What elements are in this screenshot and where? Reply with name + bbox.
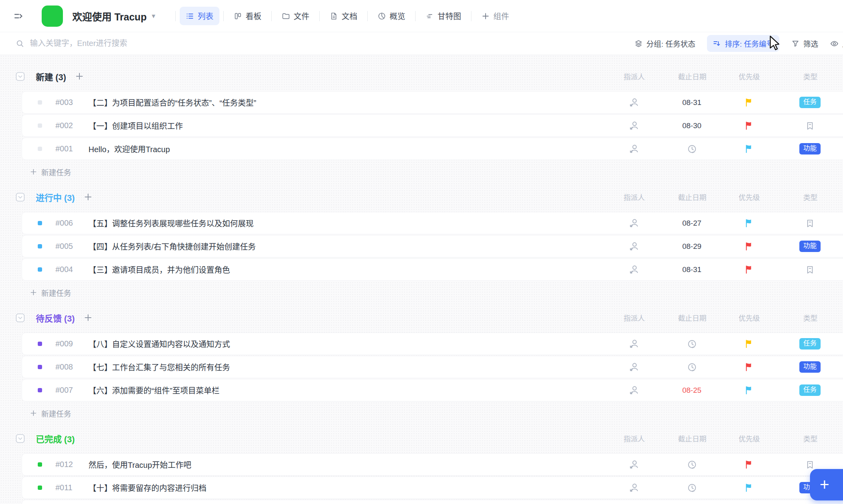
column-headers: 指派人截止日期优先级类型 (605, 192, 843, 202)
group-collapse-icon[interactable] (15, 71, 26, 82)
due-date-cell[interactable]: 08-31 (663, 98, 720, 107)
add-task-button[interactable]: 新建任务 (29, 284, 71, 301)
group-add-icon[interactable] (83, 192, 93, 202)
due-date-cell[interactable] (663, 362, 720, 372)
project-title[interactable]: 欢迎使用 Tracup (72, 9, 147, 23)
clock-icon (687, 362, 697, 372)
assignee-add-icon[interactable] (604, 120, 663, 131)
type-cell[interactable] (777, 265, 843, 275)
due-date-cell[interactable] (663, 460, 720, 470)
sidebar-toggle-icon[interactable] (12, 9, 25, 23)
list-controls: 分组: 任务状态 排序: 任务编号 筛选 显示 (634, 35, 843, 52)
type-cell[interactable]: 任务 (777, 338, 843, 349)
due-date-cell[interactable]: 08-29 (663, 242, 720, 251)
type-cell[interactable]: 功能 (777, 361, 843, 372)
type-badge: 功能 (799, 143, 821, 154)
group-add-icon[interactable] (83, 313, 93, 322)
type-cell[interactable] (777, 218, 843, 228)
search-input[interactable] (30, 39, 250, 48)
task-row[interactable]: #001 Hello，欢迎使用Tracup 功能 (22, 138, 843, 160)
tab-files[interactable]: 文件 (276, 7, 315, 25)
priority-flag-icon[interactable] (720, 362, 777, 372)
assignee-add-icon[interactable] (604, 362, 663, 372)
assignee-add-icon[interactable] (604, 385, 663, 395)
due-date-cell[interactable]: 08-27 (663, 219, 720, 228)
clock-icon (687, 460, 697, 470)
due-date-cell[interactable] (663, 144, 720, 154)
task-row[interactable]: #005 【四】从任务列表/右下角快捷创建开始创建任务 08-29 功能 (22, 235, 843, 258)
priority-flag-icon[interactable] (720, 265, 777, 274)
assignee-add-icon[interactable] (604, 338, 663, 349)
plus-icon (29, 168, 37, 176)
task-row[interactable]: #006 【五】调整任务列表展现哪些任务以及如何展现 08-27 (22, 212, 843, 234)
task-row[interactable]: #011 【十】将需要留存的内容进行归档 功能 (22, 476, 843, 499)
type-cell[interactable]: 功能 (777, 241, 843, 252)
task-row[interactable]: #009 【八】自定义设置通知内容以及通知方式 任务 (22, 333, 843, 355)
group-add-icon[interactable] (75, 72, 84, 81)
priority-flag-icon[interactable] (720, 144, 777, 154)
group-collapse-icon[interactable] (15, 433, 26, 444)
filter-button[interactable]: 筛选 (791, 38, 818, 49)
divider (175, 11, 176, 21)
type-cell[interactable] (777, 121, 843, 131)
priority-flag-icon[interactable] (720, 339, 777, 349)
task-row[interactable]: #012 然后，使用Tracup开始工作吧 (22, 453, 843, 476)
tab-docs[interactable]: 文档 (324, 7, 363, 25)
type-cell[interactable]: 任务 (777, 384, 843, 395)
task-row[interactable]: #010 【九】… 功能 (22, 500, 843, 504)
task-row[interactable]: #003 【二】为项目配置适合的“任务状态”、“任务类型” 08-31 任务 (22, 91, 843, 114)
tab-overview[interactable]: 概览 (372, 7, 411, 25)
type-cell[interactable]: 功能 (777, 143, 843, 154)
status-dot (38, 365, 42, 369)
due-date-cell[interactable]: 08-31 (663, 265, 720, 274)
assignee-add-icon[interactable] (604, 482, 663, 493)
priority-flag-icon[interactable] (720, 385, 777, 395)
assignee-add-icon[interactable] (604, 97, 663, 108)
assignee-add-icon[interactable] (604, 459, 663, 470)
priority-flag-icon[interactable] (720, 483, 777, 493)
assignee-add-icon[interactable] (604, 143, 663, 154)
task-row[interactable]: #008 【七】工作台汇集了与您相关的所有任务 功能 (22, 356, 843, 378)
priority-flag-icon[interactable] (720, 121, 777, 131)
project-logo[interactable] (42, 6, 63, 27)
tab-board[interactable]: 看板 (228, 7, 267, 25)
type-cell[interactable] (777, 460, 843, 470)
sort-by-button[interactable]: 排序: 任务编号 (707, 35, 779, 52)
add-task-button[interactable]: 新建任务 (29, 405, 71, 422)
priority-flag-icon[interactable] (720, 97, 777, 107)
task-number: #006 (55, 219, 84, 228)
status-dot (38, 486, 42, 490)
add-task-button[interactable]: 新建任务 (29, 163, 71, 180)
group-collapse-icon[interactable] (15, 192, 26, 202)
group-collapse-icon[interactable] (15, 313, 26, 323)
due-date-cell[interactable]: 08-30 (663, 121, 720, 130)
assignee-add-icon[interactable] (604, 241, 663, 252)
due-date-cell[interactable] (663, 339, 720, 349)
divider (471, 11, 471, 21)
priority-flag-icon[interactable] (720, 460, 777, 469)
tab-components[interactable]: 组件 (475, 7, 515, 25)
column-headers: 指派人截止日期优先级类型 (605, 433, 843, 443)
task-group: 进行中 (3) 指派人截止日期优先级类型 #006 【五】调整任务列表展现哪些任… (15, 186, 843, 301)
type-badge: 功能 (799, 361, 821, 372)
assignee-add-icon[interactable] (604, 264, 663, 275)
column-header: 指派人 (605, 433, 664, 443)
due-date-cell[interactable] (663, 483, 720, 493)
display-button[interactable]: 显示 (830, 38, 843, 49)
task-number: #001 (55, 144, 84, 153)
type-cell[interactable]: 任务 (777, 97, 843, 108)
tab-gantt[interactable]: 甘特图 (420, 7, 467, 25)
task-row[interactable]: #002 【一】创建项目以组织工作 08-30 (22, 114, 843, 137)
task-title: 【五】调整任务列表展现哪些任务以及如何展现 (88, 217, 604, 229)
task-title: 【十】将需要留存的内容进行归档 (88, 482, 604, 493)
chevron-down-icon[interactable]: ▼ (151, 13, 156, 19)
assignee-add-icon[interactable] (604, 218, 663, 228)
due-date-cell[interactable]: 08-25 (663, 386, 720, 395)
priority-flag-icon[interactable] (720, 241, 777, 251)
quick-add-task-button[interactable]: + (810, 469, 843, 500)
task-row[interactable]: #007 【六】添加需要的“组件”至项目菜单栏 08-25 任务 (22, 379, 843, 401)
group-by-button[interactable]: 分组: 任务状态 (634, 38, 696, 49)
task-row[interactable]: #004 【三】邀请项目成员，并为他们设置角色 08-31 (22, 258, 843, 281)
tab-list[interactable]: 列表 (180, 7, 219, 25)
priority-flag-icon[interactable] (720, 218, 777, 228)
